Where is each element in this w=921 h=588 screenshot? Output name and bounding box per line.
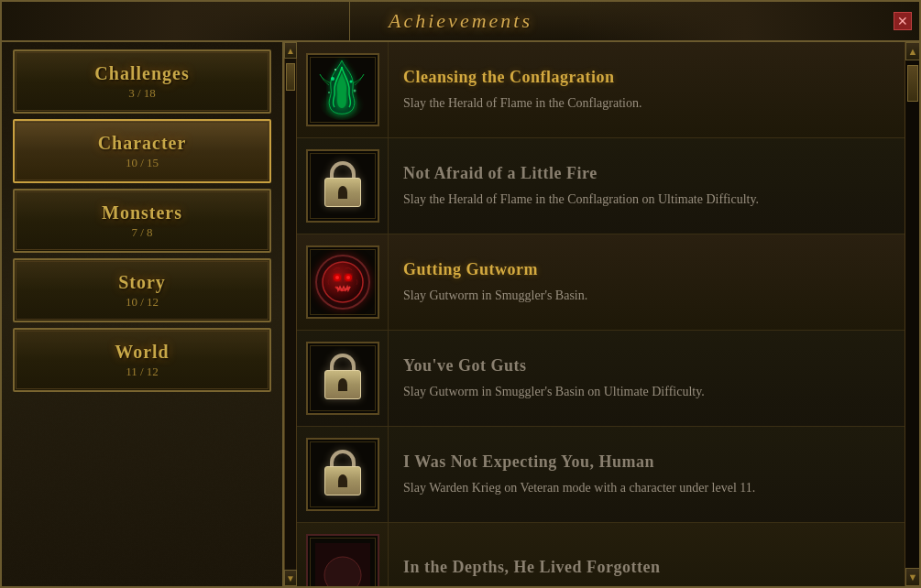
achievement-icon-gotguts [297,331,389,426]
achievement-title-depths: In the Depths, He Lived Forgotten [403,558,890,577]
achievement-title-notexpecting: I Was Not Expecting You, Human [403,452,890,472]
title-bar: Achievements ✕ [2,2,919,42]
sidebar-monsters-count: 7 / 8 [131,225,152,240]
achievement-panel: Cleansing the Conflagration Slay the Her… [297,42,905,586]
sidebar: Challenges 3 / 18 Character 10 / 15 Mons… [2,42,284,586]
achievement-info-depths: In the Depths, He Lived Forgotten [389,523,905,586]
lock-keyhole [338,186,347,199]
svg-point-1 [331,77,334,81]
achievement-item-cleansing[interactable]: Cleansing the Conflagration Slay the Her… [297,42,905,138]
svg-point-2 [350,80,353,82]
icon-frame-notafraid [306,149,379,223]
icon-frame-gutting [306,245,379,319]
achievement-info-notafraid: Not Afraid of a Little Fire Slay the Her… [389,138,905,234]
achievement-info-cleansing: Cleansing the Conflagration Slay the Her… [389,42,905,137]
icon-frame-depths [306,534,379,586]
lock-icon [320,161,366,212]
icon-frame-notexpecting [306,438,379,511]
achievement-title-gotguts: You've Got Guts [403,356,890,376]
achievement-info-gotguts: You've Got Guts Slay Gutworm in Smuggler… [389,331,905,426]
sidebar-story-count: 10 / 12 [126,295,159,310]
achievement-icon-cleansing [297,42,389,137]
sidebar-item-challenges[interactable]: Challenges 3 / 18 [13,49,271,114]
lock-shackle [330,161,356,178]
achievement-scroll-track [905,60,919,568]
lock-body-2 [324,370,361,399]
svg-point-6 [323,262,363,302]
achievement-title-notafraid: Not Afraid of a Little Fire [403,164,890,183]
sidebar-monsters-label: Monsters [102,202,182,223]
svg-point-7 [334,274,341,281]
achievement-item-gutting[interactable]: Gutting Gutworm Slay Gutworm in Smuggler… [297,234,905,331]
achievement-desc-notafraid: Slay the Herald of Flame in the Conflagr… [403,191,890,209]
achievement-icon-notexpecting [297,427,389,522]
achievement-item-gotguts[interactable]: You've Got Guts Slay Gutworm in Smuggler… [297,331,905,427]
achievement-item-depths[interactable]: In the Depths, He Lived Forgotten [297,523,905,586]
lock-keyhole-3 [338,474,347,487]
svg-point-10 [346,276,350,279]
close-button[interactable]: ✕ [894,12,912,30]
achievement-desc-cleansing: Slay the Herald of Flame in the Conflagr… [403,94,890,113]
sidebar-item-character[interactable]: Character 10 / 15 [13,119,271,183]
sidebar-story-label: Story [118,272,166,293]
icon-frame-cleansing [306,53,379,126]
achievement-desc-notexpecting: Slay Warden Krieg on Veteran mode with a… [403,479,890,497]
gutworm-icon [315,255,370,310]
achievement-scrollbar: ▲ ▼ [905,42,919,586]
achievement-item-notafraid[interactable]: Not Afraid of a Little Fire Slay the Her… [297,138,905,234]
achievement-item-notexpecting[interactable]: I Was Not Expecting You, Human Slay Ward… [297,427,905,523]
achievement-icon-gutting [297,234,389,330]
title-bar-deco-right [571,2,919,40]
achievement-scroll-up[interactable]: ▲ [905,42,919,60]
achievement-scroll-thumb[interactable] [907,65,918,102]
lock-body-3 [324,466,361,495]
achievement-info-gutting: Gutting Gutworm Slay Gutworm in Smuggler… [389,234,905,330]
sidebar-scrollbar: ▲ ▼ [284,42,297,586]
window-title: Achievements [389,9,532,33]
svg-point-8 [345,274,352,281]
svg-point-4 [354,89,356,92]
svg-point-5 [334,69,336,71]
sidebar-world-count: 11 / 12 [126,365,159,379]
achievement-title-cleansing: Cleansing the Conflagration [403,68,890,87]
icon-frame-gotguts [306,342,379,415]
achievement-icon-depths [297,523,389,586]
sidebar-item-world[interactable]: World 11 / 12 [13,328,271,392]
title-bar-deco-left [2,2,350,40]
sidebar-scroll-up[interactable]: ▲ [284,42,297,59]
sidebar-scroll-thumb[interactable] [286,63,295,91]
lock-keyhole-2 [338,378,347,391]
sidebar-character-label: Character [98,133,187,154]
main-content: Challenges 3 / 18 Character 10 / 15 Mons… [2,42,919,586]
sidebar-world-label: World [115,342,169,363]
lock-shackle-2 [330,354,356,370]
svg-rect-11 [315,543,370,586]
sidebar-character-count: 10 / 15 [126,156,159,170]
achievement-list: Cleansing the Conflagration Slay the Her… [297,42,905,586]
lock-icon-2 [320,354,366,404]
achievement-desc-gotguts: Slay Gutworm in Smuggler's Basin on Ulti… [403,383,890,401]
svg-point-3 [328,92,330,93]
svg-point-12 [324,557,361,586]
sidebar-item-monsters[interactable]: Monsters 7 / 8 [13,189,271,253]
lock-icon-3 [320,450,366,500]
svg-point-0 [319,83,365,120]
achievement-icon-notafraid [297,138,389,234]
achievement-scroll-down[interactable]: ▼ [905,568,919,586]
achievements-window: Achievements ✕ Challenges 3 / 18 Charact… [0,0,921,588]
lock-shackle-3 [330,450,356,466]
achievement-title-gutting: Gutting Gutworm [403,260,890,279]
lock-body [324,178,361,207]
achievement-desc-gutting: Slay Gutworm in Smuggler's Basin. [403,287,890,305]
achievement-info-notexpecting: I Was Not Expecting You, Human Slay Ward… [389,427,905,522]
svg-point-9 [335,276,339,279]
sidebar-challenges-label: Challenges [94,63,189,84]
sidebar-challenges-count: 3 / 18 [128,86,156,101]
sidebar-scroll-down[interactable]: ▼ [284,570,297,586]
sidebar-item-story[interactable]: Story 10 / 12 [13,258,271,322]
sidebar-scroll-track [285,59,296,570]
flame-icon [311,53,375,126]
